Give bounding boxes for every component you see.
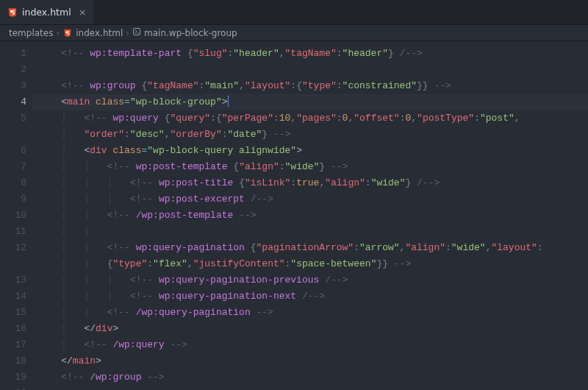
- tab-index-html[interactable]: index.html ×: [0, 0, 95, 24]
- chevron-right-icon: ›: [126, 28, 129, 38]
- code-editor[interactable]: 12345.6789101112.131415161718192021 <!--…: [0, 41, 588, 390]
- breadcrumb[interactable]: templates › index.html › main.wp-block-g…: [0, 25, 588, 41]
- close-icon[interactable]: ×: [76, 7, 87, 18]
- html5-icon: [7, 7, 18, 18]
- breadcrumb-file[interactable]: index.html: [76, 28, 123, 38]
- chevron-right-icon: ›: [56, 28, 60, 38]
- symbol-icon: [132, 27, 141, 38]
- code-area[interactable]: <!-- wp:template-part {"slug":"header","…: [32, 41, 588, 390]
- breadcrumb-folder[interactable]: templates: [9, 28, 53, 38]
- line-number-gutter: 12345.6789101112.131415161718192021: [0, 41, 32, 390]
- html5-icon: [62, 28, 73, 38]
- tab-filename: index.html: [22, 7, 71, 18]
- tab-bar: index.html ×: [0, 0, 588, 25]
- breadcrumb-symbol[interactable]: main.wp-block-group: [144, 28, 237, 38]
